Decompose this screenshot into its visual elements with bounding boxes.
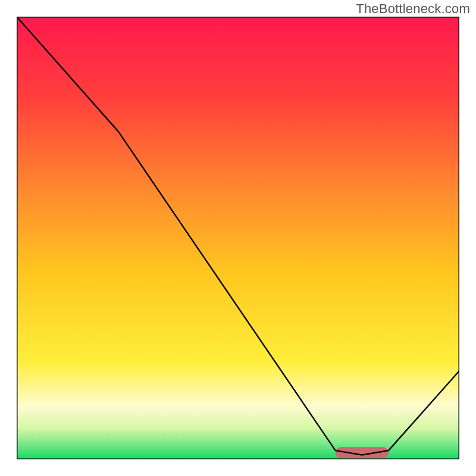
watermark-text: TheBottleneck.com	[356, 1, 470, 17]
chart-svg	[17, 17, 459, 459]
optimal-marker	[336, 447, 389, 458]
gradient-background	[17, 17, 459, 459]
chart-container: TheBottleneck.com	[0, 0, 476, 476]
plot-area	[17, 17, 459, 459]
